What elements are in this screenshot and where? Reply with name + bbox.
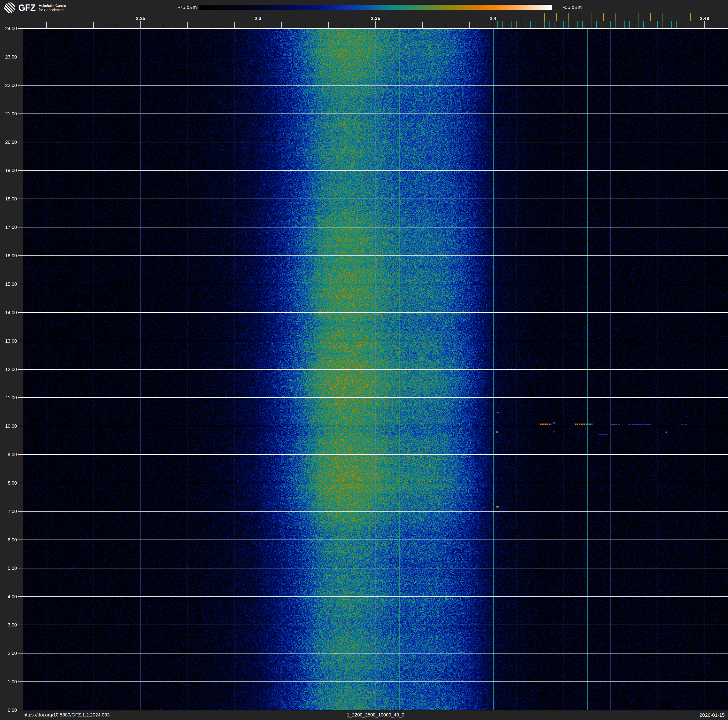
ble-channel-tick [624, 21, 625, 28]
ble-channel-tick [610, 21, 611, 28]
freq-major-tick [704, 21, 705, 28]
freq-minor-gridline [516, 28, 517, 710]
ble-channel-tick [592, 21, 592, 28]
hour-label: 18:00 [0, 196, 17, 201]
hour-tick [18, 682, 23, 682]
ble-channel-tick [620, 21, 620, 28]
ble-channel-tick [629, 21, 630, 28]
hour-label: 4:00 [0, 594, 17, 599]
hour-tick [18, 85, 23, 86]
freq-gridline [140, 28, 141, 710]
spectrogram-page: GFZ Helmholtz Centre for Geosciences -75… [0, 0, 728, 720]
ble-channel-tick [521, 21, 522, 28]
freq-gridline [258, 28, 258, 710]
hour-label: 9:00 [0, 452, 17, 457]
gfz-logo-icon [4, 2, 15, 13]
wifi-channel-tick [556, 14, 557, 21]
freq-axis-label: 2.35 [365, 15, 386, 21]
gfz-logo: GFZ Helmholtz Centre for Geosciences [4, 2, 66, 13]
wifi-channel-tick [662, 14, 662, 21]
freq-major-tick [493, 21, 493, 28]
hour-label: 14:00 [0, 310, 17, 315]
hour-tick [18, 284, 23, 284]
ble-channel-tick [648, 21, 648, 28]
hour-label: 0:00 [0, 708, 17, 713]
ble-channel-tick [615, 21, 615, 28]
colorbar-max-label: -55 dBm [563, 5, 582, 10]
freq-minor-tick [23, 22, 23, 28]
wifi-channel-tick [639, 14, 639, 21]
freq-major-tick [375, 21, 376, 28]
ble-channel-tick [549, 21, 549, 28]
hour-label: 12:00 [0, 367, 17, 372]
wifi-channel-tick [615, 14, 615, 21]
freq-minor-tick [211, 22, 211, 28]
ble-channel-tick [596, 21, 597, 28]
freq-axis-label: 2.4 [482, 15, 503, 21]
hour-label: 3:00 [0, 622, 17, 627]
freq-minor-tick [305, 22, 305, 28]
ble-channel-tick [535, 21, 535, 28]
hour-tick [18, 28, 23, 29]
hour-tick [18, 170, 23, 171]
ble-channel-tick [606, 21, 606, 28]
freq-minor-gridline [305, 28, 305, 710]
hour-tick [18, 625, 23, 625]
ble-channel-tick [653, 21, 653, 28]
hour-tick [18, 483, 23, 483]
ble-channel-tick [507, 21, 507, 28]
ble-channel-tick [544, 21, 545, 28]
hour-tick [18, 454, 23, 455]
freq-minor-gridline [234, 28, 235, 710]
hour-label: 24:00 [0, 26, 17, 31]
freq-minor-gridline [587, 28, 587, 710]
freq-minor-tick [328, 22, 329, 28]
org-abbreviation: GFZ [18, 2, 35, 13]
ble-channel-tick [573, 21, 573, 28]
hour-label: 17:00 [0, 225, 17, 230]
hour-label: 11:00 [0, 395, 17, 400]
freq-minor-tick [46, 22, 47, 28]
freq-minor-gridline [328, 28, 329, 710]
hour-label: 8:00 [0, 480, 17, 486]
ble-channel-tick [530, 21, 531, 28]
ble-channel-tick [563, 21, 564, 28]
freq-minor-gridline [164, 28, 164, 710]
ble-channel-tick [639, 21, 639, 28]
freq-minor-gridline [23, 28, 23, 710]
hour-label: 13:00 [0, 339, 17, 343]
colorbar-gradient [199, 5, 552, 10]
freq-minor-tick [469, 22, 470, 28]
freq-axis-label: 2.3 [248, 15, 269, 21]
freq-axis-label: 2.25 [130, 15, 151, 21]
hour-label: 5:00 [0, 565, 17, 571]
freq-minor-tick [446, 22, 446, 28]
freq-minor-tick [422, 22, 423, 28]
ble-channel-tick [568, 21, 569, 28]
freq-minor-gridline [187, 28, 188, 710]
hour-tick [18, 227, 23, 227]
wifi-channel-tick [690, 14, 691, 21]
wifi-channel-tick [650, 14, 651, 21]
dataset-file-id: 1_2200_2500_10000_40_0 [23, 712, 728, 718]
ble-channel-tick [643, 21, 644, 28]
freq-minor-gridline [422, 28, 423, 710]
org-name-line2: for Geosciences [39, 8, 66, 12]
ble-channel-tick [540, 21, 540, 28]
hour-tick [18, 596, 23, 597]
freq-minor-tick [281, 22, 282, 28]
ble-channel-tick [634, 21, 634, 28]
freq-minor-tick [70, 22, 70, 28]
ble-channel-tick [511, 21, 512, 28]
wifi-channel-tick [627, 14, 627, 21]
hour-label: 6:00 [0, 537, 17, 542]
freq-minor-tick [234, 22, 235, 28]
hour-tick [18, 653, 23, 654]
freq-major-tick [258, 21, 258, 28]
hour-tick [18, 710, 23, 710]
ble-channel-tick [667, 21, 667, 28]
ble-channel-tick [578, 21, 578, 28]
freq-minor-gridline [657, 28, 658, 710]
hour-label: 21:00 [0, 111, 17, 116]
ble-channel-tick [676, 21, 677, 28]
